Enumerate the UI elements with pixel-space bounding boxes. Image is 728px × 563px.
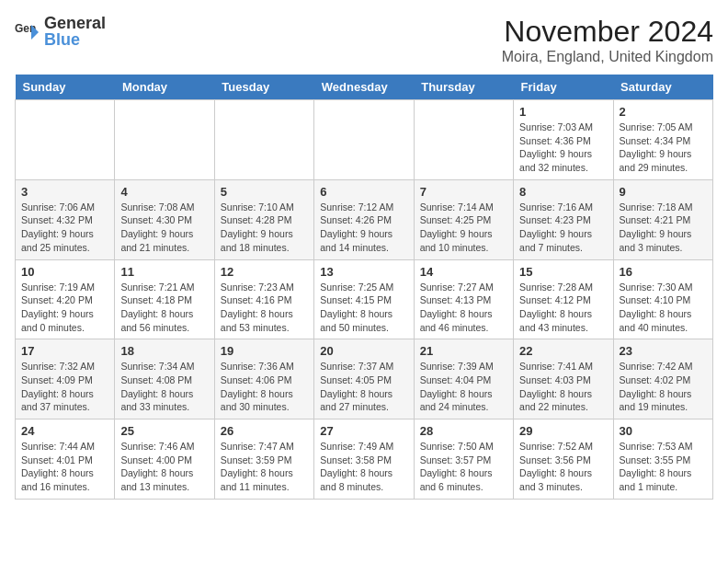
day-number: 11 xyxy=(120,265,208,279)
calendar-cell: 30Sunrise: 7:53 AM Sunset: 3:55 PM Dayli… xyxy=(613,419,712,500)
day-number: 5 xyxy=(221,185,308,199)
day-info: Sunrise: 7:10 AM Sunset: 4:28 PM Dayligh… xyxy=(221,201,308,255)
day-info: Sunrise: 7:28 AM Sunset: 4:12 PM Dayligh… xyxy=(519,281,607,335)
day-number: 14 xyxy=(420,265,507,279)
logo-blue-text: Blue xyxy=(44,31,106,50)
calendar-cell xyxy=(314,100,414,180)
page-header: Gen General Blue November 2024 Moira, En… xyxy=(15,15,713,65)
day-number: 4 xyxy=(120,185,208,199)
calendar-cell: 6Sunrise: 7:12 AM Sunset: 4:26 PM Daylig… xyxy=(314,179,414,259)
column-header-wednesday: Wednesday xyxy=(314,75,414,100)
day-number: 13 xyxy=(320,265,407,279)
calendar-cell: 21Sunrise: 7:39 AM Sunset: 4:04 PM Dayli… xyxy=(414,339,513,419)
day-info: Sunrise: 7:47 AM Sunset: 3:59 PM Dayligh… xyxy=(221,440,308,494)
column-header-friday: Friday xyxy=(514,75,613,100)
calendar-cell xyxy=(214,100,313,180)
logo-icon: Gen xyxy=(15,19,40,45)
column-header-thursday: Thursday xyxy=(414,75,513,100)
day-number: 16 xyxy=(620,265,707,279)
day-info: Sunrise: 7:39 AM Sunset: 4:04 PM Dayligh… xyxy=(420,360,507,414)
calendar-cell: 23Sunrise: 7:42 AM Sunset: 4:02 PM Dayli… xyxy=(613,339,712,419)
calendar-header-row: SundayMondayTuesdayWednesdayThursdayFrid… xyxy=(16,75,713,100)
day-number: 10 xyxy=(21,265,108,279)
day-number: 18 xyxy=(120,344,208,358)
day-number: 6 xyxy=(320,185,407,199)
month-title: November 2024 xyxy=(502,15,713,49)
calendar-cell: 17Sunrise: 7:32 AM Sunset: 4:09 PM Dayli… xyxy=(16,339,115,419)
day-number: 24 xyxy=(21,424,108,438)
calendar-cell: 14Sunrise: 7:27 AM Sunset: 4:13 PM Dayli… xyxy=(414,259,513,339)
day-info: Sunrise: 7:49 AM Sunset: 3:58 PM Dayligh… xyxy=(320,440,407,494)
calendar-cell: 12Sunrise: 7:23 AM Sunset: 4:16 PM Dayli… xyxy=(214,259,313,339)
title-area: November 2024 Moira, England, United Kin… xyxy=(502,15,713,65)
calendar-cell: 1Sunrise: 7:03 AM Sunset: 4:36 PM Daylig… xyxy=(514,100,613,180)
calendar-table: SundayMondayTuesdayWednesdayThursdayFrid… xyxy=(15,75,713,500)
logo: Gen General Blue xyxy=(15,15,106,50)
day-info: Sunrise: 7:52 AM Sunset: 3:56 PM Dayligh… xyxy=(519,440,607,494)
day-number: 30 xyxy=(620,424,707,438)
day-info: Sunrise: 7:44 AM Sunset: 4:01 PM Dayligh… xyxy=(21,440,108,494)
day-number: 7 xyxy=(420,185,507,199)
day-info: Sunrise: 7:50 AM Sunset: 3:57 PM Dayligh… xyxy=(420,440,507,494)
column-header-tuesday: Tuesday xyxy=(214,75,313,100)
calendar-cell: 3Sunrise: 7:06 AM Sunset: 4:32 PM Daylig… xyxy=(16,179,115,259)
week-row-2: 3Sunrise: 7:06 AM Sunset: 4:32 PM Daylig… xyxy=(16,179,713,259)
day-info: Sunrise: 7:06 AM Sunset: 4:32 PM Dayligh… xyxy=(21,201,108,255)
week-row-1: 1Sunrise: 7:03 AM Sunset: 4:36 PM Daylig… xyxy=(16,100,713,180)
day-number: 12 xyxy=(221,265,308,279)
week-row-3: 10Sunrise: 7:19 AM Sunset: 4:20 PM Dayli… xyxy=(16,259,713,339)
day-info: Sunrise: 7:25 AM Sunset: 4:15 PM Dayligh… xyxy=(320,281,407,335)
calendar-cell: 15Sunrise: 7:28 AM Sunset: 4:12 PM Dayli… xyxy=(514,259,613,339)
day-info: Sunrise: 7:03 AM Sunset: 4:36 PM Dayligh… xyxy=(519,121,607,175)
day-info: Sunrise: 7:14 AM Sunset: 4:25 PM Dayligh… xyxy=(420,201,507,255)
day-number: 20 xyxy=(320,344,407,358)
day-info: Sunrise: 7:30 AM Sunset: 4:10 PM Dayligh… xyxy=(620,281,707,335)
week-row-4: 17Sunrise: 7:32 AM Sunset: 4:09 PM Dayli… xyxy=(16,339,713,419)
day-info: Sunrise: 7:05 AM Sunset: 4:34 PM Dayligh… xyxy=(620,121,707,175)
day-number: 23 xyxy=(620,344,707,358)
calendar-cell: 25Sunrise: 7:46 AM Sunset: 4:00 PM Dayli… xyxy=(115,419,214,500)
day-number: 27 xyxy=(320,424,407,438)
day-info: Sunrise: 7:27 AM Sunset: 4:13 PM Dayligh… xyxy=(420,281,507,335)
day-number: 17 xyxy=(21,344,108,358)
calendar-cell: 2Sunrise: 7:05 AM Sunset: 4:34 PM Daylig… xyxy=(613,100,712,180)
calendar-cell: 22Sunrise: 7:41 AM Sunset: 4:03 PM Dayli… xyxy=(514,339,613,419)
calendar-cell: 24Sunrise: 7:44 AM Sunset: 4:01 PM Dayli… xyxy=(16,419,115,500)
day-number: 19 xyxy=(221,344,308,358)
calendar-cell: 20Sunrise: 7:37 AM Sunset: 4:05 PM Dayli… xyxy=(314,339,414,419)
day-number: 28 xyxy=(420,424,507,438)
day-info: Sunrise: 7:21 AM Sunset: 4:18 PM Dayligh… xyxy=(120,281,208,335)
calendar-cell: 18Sunrise: 7:34 AM Sunset: 4:08 PM Dayli… xyxy=(115,339,214,419)
calendar-cell: 9Sunrise: 7:18 AM Sunset: 4:21 PM Daylig… xyxy=(613,179,712,259)
calendar-cell: 5Sunrise: 7:10 AM Sunset: 4:28 PM Daylig… xyxy=(214,179,313,259)
calendar-cell: 10Sunrise: 7:19 AM Sunset: 4:20 PM Dayli… xyxy=(16,259,115,339)
calendar-cell: 26Sunrise: 7:47 AM Sunset: 3:59 PM Dayli… xyxy=(214,419,313,500)
day-number: 26 xyxy=(221,424,308,438)
day-info: Sunrise: 7:42 AM Sunset: 4:02 PM Dayligh… xyxy=(620,360,707,414)
day-info: Sunrise: 7:08 AM Sunset: 4:30 PM Dayligh… xyxy=(120,201,208,255)
day-number: 22 xyxy=(519,344,607,358)
day-number: 1 xyxy=(519,105,607,119)
day-info: Sunrise: 7:12 AM Sunset: 4:26 PM Dayligh… xyxy=(320,201,407,255)
day-info: Sunrise: 7:36 AM Sunset: 4:06 PM Dayligh… xyxy=(221,360,308,414)
calendar-cell: 19Sunrise: 7:36 AM Sunset: 4:06 PM Dayli… xyxy=(214,339,313,419)
day-info: Sunrise: 7:19 AM Sunset: 4:20 PM Dayligh… xyxy=(21,281,108,335)
day-info: Sunrise: 7:32 AM Sunset: 4:09 PM Dayligh… xyxy=(21,360,108,414)
calendar-cell: 16Sunrise: 7:30 AM Sunset: 4:10 PM Dayli… xyxy=(613,259,712,339)
calendar-cell: 11Sunrise: 7:21 AM Sunset: 4:18 PM Dayli… xyxy=(115,259,214,339)
week-row-5: 24Sunrise: 7:44 AM Sunset: 4:01 PM Dayli… xyxy=(16,419,713,500)
day-number: 15 xyxy=(519,265,607,279)
column-header-saturday: Saturday xyxy=(613,75,712,100)
column-header-sunday: Sunday xyxy=(16,75,115,100)
day-number: 29 xyxy=(519,424,607,438)
day-number: 21 xyxy=(420,344,507,358)
calendar-cell: 27Sunrise: 7:49 AM Sunset: 3:58 PM Dayli… xyxy=(314,419,414,500)
day-info: Sunrise: 7:41 AM Sunset: 4:03 PM Dayligh… xyxy=(519,360,607,414)
day-number: 25 xyxy=(120,424,208,438)
calendar-cell xyxy=(16,100,115,180)
day-number: 2 xyxy=(620,105,707,119)
location-title: Moira, England, United Kingdom xyxy=(502,49,713,65)
day-info: Sunrise: 7:46 AM Sunset: 4:00 PM Dayligh… xyxy=(120,440,208,494)
day-number: 9 xyxy=(620,185,707,199)
calendar-cell: 8Sunrise: 7:16 AM Sunset: 4:23 PM Daylig… xyxy=(514,179,613,259)
